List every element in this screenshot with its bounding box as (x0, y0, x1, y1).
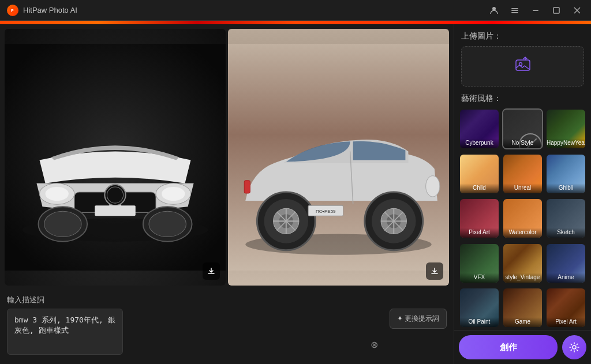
svg-point-18 (46, 187, 69, 201)
image-area: ПО•РЕ59 (0, 24, 454, 290)
create-button[interactable]: 創作 (459, 335, 558, 359)
style-item-watercolor[interactable]: Watercolor (502, 198, 543, 239)
style-item-ghibli[interactable]: Ghibli (545, 153, 586, 194)
style-label-sketch: Sketch (547, 228, 585, 238)
style-label-pixelart2: Pixel Art (547, 317, 585, 327)
upload-icon (514, 55, 532, 77)
close-button[interactable] (570, 3, 584, 17)
app-title: HitPaw Photo AI (23, 6, 487, 14)
svg-point-19 (162, 187, 185, 201)
style-label-nostyle: No Style (503, 138, 542, 148)
upload-area[interactable] (461, 46, 584, 87)
svg-rect-56 (516, 60, 530, 70)
svg-rect-24 (95, 205, 136, 216)
style-label-vintage: style_Vintage (503, 273, 542, 283)
style-grid: CyberpunkNo StyleHappyNewYearChildUnreal… (454, 108, 591, 330)
download-right-button[interactable] (426, 262, 443, 280)
svg-point-2 (492, 7, 496, 10)
input-wrapper: ⊗ (7, 309, 385, 357)
style-section-title: 藝術風格： (454, 91, 591, 108)
style-item-anime[interactable]: Anime (545, 243, 586, 284)
style-item-unreal[interactable]: Unreal (502, 153, 543, 194)
style-item-game[interactable]: Game (502, 287, 543, 328)
style-label-pixelart: Pixel Art (460, 228, 499, 238)
style-label-child: Child (460, 183, 499, 193)
description-input[interactable] (7, 309, 123, 355)
style-label-unreal: Unreal (503, 183, 542, 193)
style-label-vfx: VFX (460, 273, 499, 283)
style-label-anime: Anime (547, 273, 585, 283)
user-button[interactable] (487, 3, 501, 17)
style-item-happynewyear[interactable]: HappyNewYear (545, 108, 586, 149)
style-item-vintage[interactable]: style_Vintage (502, 243, 543, 284)
input-area: 輸入描述詞 ⊗ ✦ 更換提示詞 (0, 290, 454, 364)
style-item-nostyle[interactable]: No Style (502, 108, 543, 149)
style-label-oilpaint: Oil Paint (460, 317, 499, 327)
image-right: ПО•РЕ59 (228, 29, 449, 286)
svg-point-54 (426, 176, 440, 197)
style-item-oilpaint[interactable]: Oil Paint (459, 287, 500, 328)
svg-point-15 (107, 187, 123, 203)
style-label-game: Game (503, 317, 542, 327)
svg-rect-3 (511, 8, 518, 9)
download-left-button[interactable] (203, 262, 220, 280)
svg-point-21 (44, 211, 82, 237)
svg-text:ПО•РЕ59: ПО•РЕ59 (316, 209, 336, 214)
style-item-sketch[interactable]: Sketch (545, 198, 586, 239)
input-row: ⊗ ✦ 更換提示詞 (7, 309, 447, 357)
svg-rect-55 (244, 181, 250, 193)
input-label: 輸入描述詞 (7, 295, 447, 305)
style-item-vfx[interactable]: VFX (459, 243, 500, 284)
bottom-bar: 創作 (454, 330, 591, 364)
style-label-watercolor: Watercolor (503, 228, 542, 238)
svg-text:P: P (11, 9, 14, 13)
right-panel: 上傳圖片： 藝術風格： CyberpunkNo StyleHappyNewYea… (454, 24, 591, 364)
svg-rect-6 (533, 10, 538, 11)
style-item-cyberpunk[interactable]: Cyberpunk (459, 108, 500, 149)
style-item-pixelart2[interactable]: Pixel Art (545, 287, 586, 328)
style-label-happynewyear: HappyNewYear (547, 138, 585, 148)
style-item-pixelart[interactable]: Pixel Art (459, 198, 500, 239)
svg-point-23 (149, 211, 186, 237)
left-panel: ПО•РЕ59 輸入描述詞 ⊗ (0, 24, 454, 364)
maximize-button[interactable] (549, 3, 563, 17)
svg-rect-5 (511, 12, 518, 13)
window-controls (487, 3, 584, 17)
svg-rect-4 (511, 10, 518, 11)
upload-section-title: 上傳圖片： (454, 24, 591, 46)
titlebar: P HitPaw Photo AI (0, 0, 591, 21)
style-label-cyberpunk: Cyberpunk (460, 138, 499, 148)
clear-button[interactable]: ⊗ (371, 339, 378, 350)
app-logo: P (7, 5, 18, 16)
settings-button[interactable] (562, 335, 586, 359)
style-item-child[interactable]: Child (459, 153, 500, 194)
minimize-button[interactable] (529, 3, 543, 17)
svg-point-58 (573, 346, 576, 349)
suggestion-button[interactable]: ✦ 更換提示詞 (390, 309, 447, 329)
main-content: ПО•РЕ59 輸入描述詞 ⊗ (0, 24, 591, 364)
svg-rect-7 (553, 7, 559, 13)
style-label-ghibli: Ghibli (547, 183, 585, 193)
menu-button[interactable] (508, 3, 522, 17)
image-left (5, 29, 226, 286)
